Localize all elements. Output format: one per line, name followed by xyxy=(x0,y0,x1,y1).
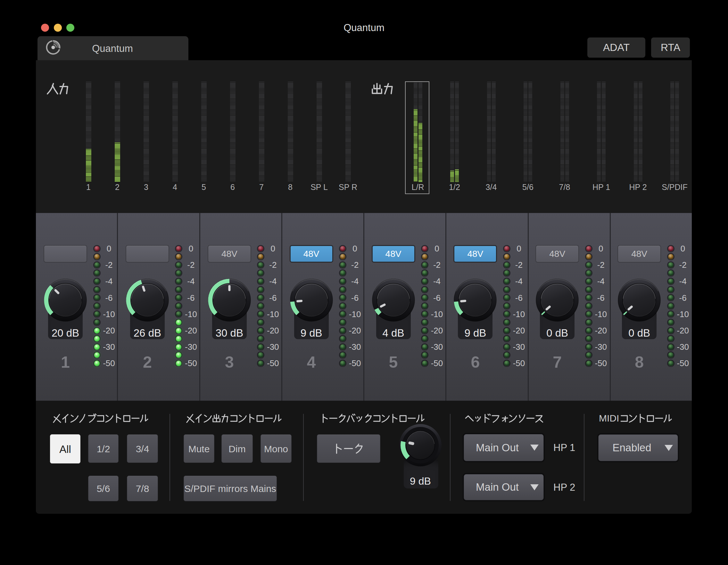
svg-text:MIDI: MIDI xyxy=(599,413,619,423)
